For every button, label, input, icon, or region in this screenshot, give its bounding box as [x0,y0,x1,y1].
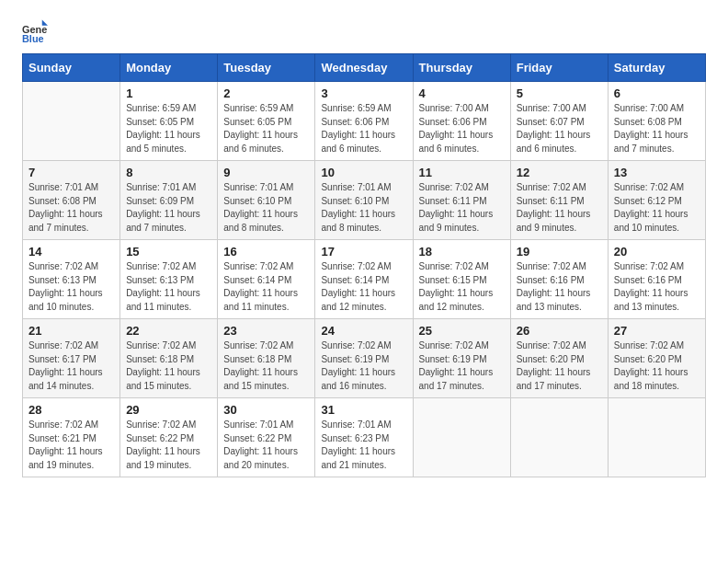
day-info: Sunrise: 7:02 AMSunset: 6:14 PMDaylight:… [321,260,406,314]
day-info: Sunrise: 7:02 AMSunset: 6:20 PMDaylight:… [517,339,602,393]
calendar-cell: 21 Sunrise: 7:02 AMSunset: 6:17 PMDaylig… [23,319,120,398]
day-info: Sunrise: 7:01 AMSunset: 6:09 PMDaylight:… [126,181,211,235]
day-number: 30 [223,403,309,417]
weekday-header-sunday: Sunday [23,54,120,82]
svg-marker-2 [42,20,48,26]
day-info: Sunrise: 7:00 AMSunset: 6:06 PMDaylight:… [419,102,505,155]
calendar-week-row: 1 Sunrise: 6:59 AMSunset: 6:05 PMDayligh… [23,82,706,161]
day-info: Sunrise: 7:02 AMSunset: 6:19 PMDaylight:… [419,339,505,393]
day-number: 12 [517,166,602,179]
day-number: 28 [28,403,114,417]
page-header: General Blue [22,18,706,44]
calendar-cell: 13 Sunrise: 7:02 AMSunset: 6:12 PMDaylig… [608,161,705,240]
day-number: 3 [321,86,406,100]
calendar-cell [510,398,608,477]
day-info: Sunrise: 6:59 AMSunset: 6:05 PMDaylight:… [223,102,309,155]
day-info: Sunrise: 7:02 AMSunset: 6:14 PMDaylight:… [223,260,309,314]
calendar-week-row: 21 Sunrise: 7:02 AMSunset: 6:17 PMDaylig… [23,319,706,398]
calendar-week-row: 28 Sunrise: 7:02 AMSunset: 6:21 PMDaylig… [23,398,706,477]
calendar-cell: 3 Sunrise: 6:59 AMSunset: 6:06 PMDayligh… [315,82,413,161]
day-number: 7 [28,166,114,179]
day-number: 31 [321,403,406,417]
calendar-cell: 31 Sunrise: 7:01 AMSunset: 6:23 PMDaylig… [315,398,413,477]
calendar-cell [413,398,510,477]
day-info: Sunrise: 6:59 AMSunset: 6:05 PMDaylight:… [126,102,211,155]
day-number: 6 [614,86,700,100]
day-info: Sunrise: 7:02 AMSunset: 6:15 PMDaylight:… [419,260,505,314]
day-number: 10 [321,166,406,179]
calendar-cell: 16 Sunrise: 7:02 AMSunset: 6:14 PMDaylig… [218,240,315,319]
calendar-cell: 22 Sunrise: 7:02 AMSunset: 6:18 PMDaylig… [120,319,218,398]
day-number: 2 [223,86,309,100]
day-number: 27 [614,324,700,338]
weekday-header-wednesday: Wednesday [315,54,413,82]
day-info: Sunrise: 7:02 AMSunset: 6:18 PMDaylight:… [126,339,211,393]
calendar-cell: 1 Sunrise: 6:59 AMSunset: 6:05 PMDayligh… [120,82,218,161]
calendar-cell [23,82,120,161]
calendar-cell: 11 Sunrise: 7:02 AMSunset: 6:11 PMDaylig… [413,161,510,240]
calendar-cell: 10 Sunrise: 7:01 AMSunset: 6:10 PMDaylig… [315,161,413,240]
calendar-cell: 9 Sunrise: 7:01 AMSunset: 6:10 PMDayligh… [218,161,315,240]
day-number: 8 [126,166,211,179]
weekday-header-thursday: Thursday [413,54,510,82]
calendar-cell: 19 Sunrise: 7:02 AMSunset: 6:16 PMDaylig… [510,240,608,319]
day-number: 22 [126,324,211,338]
day-info: Sunrise: 7:02 AMSunset: 6:21 PMDaylight:… [28,419,114,472]
day-number: 15 [126,245,211,259]
day-number: 11 [419,166,505,179]
day-number: 19 [517,245,602,259]
calendar-cell: 12 Sunrise: 7:02 AMSunset: 6:11 PMDaylig… [510,161,608,240]
calendar-cell: 18 Sunrise: 7:02 AMSunset: 6:15 PMDaylig… [413,240,510,319]
day-info: Sunrise: 7:00 AMSunset: 6:07 PMDaylight:… [517,102,602,155]
day-info: Sunrise: 7:02 AMSunset: 6:19 PMDaylight:… [321,339,406,393]
day-info: Sunrise: 7:02 AMSunset: 6:16 PMDaylight:… [614,260,700,314]
weekday-header-monday: Monday [120,54,218,82]
day-number: 17 [321,245,406,259]
day-info: Sunrise: 7:01 AMSunset: 6:22 PMDaylight:… [223,419,309,472]
calendar-cell [608,398,705,477]
day-info: Sunrise: 7:01 AMSunset: 6:10 PMDaylight:… [223,181,309,235]
day-number: 1 [126,86,211,100]
calendar-table: SundayMondayTuesdayWednesdayThursdayFrid… [22,53,706,477]
day-info: Sunrise: 7:02 AMSunset: 6:18 PMDaylight:… [223,339,309,393]
logo: General Blue [22,18,48,44]
weekday-header-friday: Friday [510,54,608,82]
day-number: 23 [223,324,309,338]
day-info: Sunrise: 7:01 AMSunset: 6:23 PMDaylight:… [321,419,406,472]
day-number: 29 [126,403,211,417]
calendar-cell: 20 Sunrise: 7:02 AMSunset: 6:16 PMDaylig… [608,240,705,319]
day-number: 24 [321,324,406,338]
day-info: Sunrise: 7:02 AMSunset: 6:20 PMDaylight:… [614,339,700,393]
day-number: 5 [517,86,602,100]
day-info: Sunrise: 7:00 AMSunset: 6:08 PMDaylight:… [614,102,700,155]
calendar-week-row: 14 Sunrise: 7:02 AMSunset: 6:13 PMDaylig… [23,240,706,319]
calendar-cell: 17 Sunrise: 7:02 AMSunset: 6:14 PMDaylig… [315,240,413,319]
weekday-header-tuesday: Tuesday [218,54,315,82]
day-number: 18 [419,245,505,259]
calendar-cell: 23 Sunrise: 7:02 AMSunset: 6:18 PMDaylig… [218,319,315,398]
calendar-cell: 30 Sunrise: 7:01 AMSunset: 6:22 PMDaylig… [218,398,315,477]
day-number: 14 [28,245,114,259]
day-number: 21 [28,324,114,338]
day-info: Sunrise: 7:02 AMSunset: 6:11 PMDaylight:… [419,181,505,235]
day-number: 13 [614,166,700,179]
calendar-cell: 4 Sunrise: 7:00 AMSunset: 6:06 PMDayligh… [413,82,510,161]
calendar-cell: 29 Sunrise: 7:02 AMSunset: 6:22 PMDaylig… [120,398,218,477]
calendar-cell: 28 Sunrise: 7:02 AMSunset: 6:21 PMDaylig… [23,398,120,477]
day-number: 20 [614,245,700,259]
calendar-cell: 2 Sunrise: 6:59 AMSunset: 6:05 PMDayligh… [218,82,315,161]
calendar-cell: 24 Sunrise: 7:02 AMSunset: 6:19 PMDaylig… [315,319,413,398]
day-number: 4 [419,86,505,100]
calendar-cell: 27 Sunrise: 7:02 AMSunset: 6:20 PMDaylig… [608,319,705,398]
day-info: Sunrise: 7:02 AMSunset: 6:11 PMDaylight:… [517,181,602,235]
calendar-cell: 6 Sunrise: 7:00 AMSunset: 6:08 PMDayligh… [608,82,705,161]
day-number: 26 [517,324,602,338]
day-info: Sunrise: 7:02 AMSunset: 6:16 PMDaylight:… [517,260,602,314]
weekday-header-saturday: Saturday [608,54,705,82]
logo-icon: General Blue [22,18,48,44]
day-info: Sunrise: 7:01 AMSunset: 6:10 PMDaylight:… [321,181,406,235]
day-info: Sunrise: 6:59 AMSunset: 6:06 PMDaylight:… [321,102,406,155]
day-number: 9 [223,166,309,179]
weekday-header-row: SundayMondayTuesdayWednesdayThursdayFrid… [23,54,706,82]
day-info: Sunrise: 7:02 AMSunset: 6:12 PMDaylight:… [614,181,700,235]
